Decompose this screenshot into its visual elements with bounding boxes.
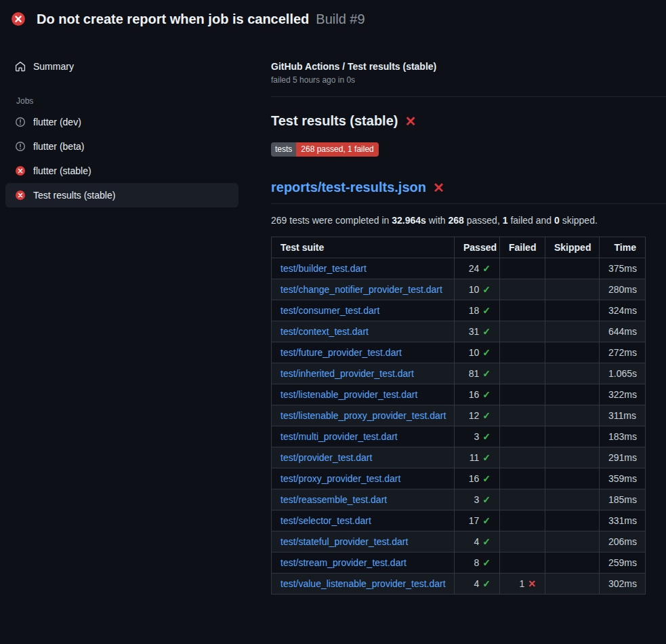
passed-count: 3 bbox=[474, 494, 479, 505]
test-table-body: test/builder_test.dart24✓375mstest/chang… bbox=[272, 258, 646, 595]
passed-cell: 16✓ bbox=[455, 384, 500, 405]
passed-count: 4 bbox=[474, 536, 479, 547]
skipped-cell bbox=[545, 531, 600, 552]
test-suite-link[interactable]: test/context_test.dart bbox=[280, 326, 369, 337]
section-title: Test results (stable) ✕ bbox=[271, 113, 666, 129]
passed-cell: 11✓ bbox=[455, 447, 500, 468]
failed-cell bbox=[500, 510, 545, 531]
summary-text: failed and bbox=[508, 215, 555, 226]
skipped-cell bbox=[545, 447, 600, 468]
skipped-cell bbox=[545, 405, 600, 426]
suite-cell: test/listenable_provider_test.dart bbox=[272, 384, 455, 405]
summary-text: skipped. bbox=[560, 215, 598, 226]
skipped-cell bbox=[545, 321, 600, 342]
test-suite-link[interactable]: test/listenable_proxy_provider_test.dart bbox=[280, 410, 446, 421]
test-suite-row: test/inherited_provider_test.dart81✓1.06… bbox=[272, 363, 646, 384]
skipped-cell bbox=[545, 552, 600, 573]
section-title-text: Test results (stable) bbox=[271, 113, 398, 129]
time-cell: 375ms bbox=[600, 258, 646, 279]
sidebar-item-label: flutter (dev) bbox=[33, 117, 81, 127]
test-suite-link[interactable]: test/proxy_provider_test.dart bbox=[280, 473, 400, 484]
check-icon: ✓ bbox=[482, 305, 491, 316]
time-cell: 311ms bbox=[600, 405, 646, 426]
sidebar-item-label: flutter (stable) bbox=[33, 165, 91, 176]
failed-cell bbox=[500, 363, 545, 384]
time-cell: 291ms bbox=[600, 447, 646, 468]
summary-passed-count: 268 bbox=[449, 215, 464, 226]
suite-cell: test/inherited_provider_test.dart bbox=[272, 363, 455, 384]
passed-count: 81 bbox=[469, 368, 480, 379]
suite-cell: test/listenable_proxy_provider_test.dart bbox=[272, 405, 455, 426]
time-cell: 183ms bbox=[600, 426, 646, 447]
sidebar-item-summary[interactable]: Summary bbox=[5, 54, 238, 79]
test-summary-line: 269 tests were completed in 32.964s with… bbox=[271, 215, 666, 226]
x-icon: ✕ bbox=[528, 578, 536, 589]
test-suite-row: test/future_provider_test.dart10✓272ms bbox=[272, 342, 646, 363]
test-suite-link[interactable]: test/future_provider_test.dart bbox=[280, 347, 402, 358]
test-suite-link[interactable]: test/provider_test.dart bbox=[280, 452, 372, 463]
passed-cell: 31✓ bbox=[455, 321, 500, 342]
test-suite-row: test/stateful_provider_test.dart4✓206ms bbox=[272, 531, 646, 552]
report-title: reports/test-results.json ✕ bbox=[271, 180, 666, 204]
passed-cell: 8✓ bbox=[455, 552, 500, 573]
test-suite-link[interactable]: test/change_notifier_provider_test.dart bbox=[280, 284, 442, 295]
passed-count: 12 bbox=[469, 410, 480, 421]
skipped-cell bbox=[545, 258, 600, 279]
check-icon: ✓ bbox=[482, 515, 491, 526]
sidebar-item-flutter-dev[interactable]: flutter (dev) bbox=[5, 110, 238, 134]
failed-cell bbox=[500, 426, 545, 447]
check-icon: ✓ bbox=[482, 347, 491, 358]
divider bbox=[271, 96, 666, 97]
failed-cell bbox=[500, 531, 545, 552]
test-suite-row: test/stream_provider_test.dart8✓259ms bbox=[272, 552, 646, 573]
passed-cell: 12✓ bbox=[455, 405, 500, 426]
test-suite-link[interactable]: test/listenable_provider_test.dart bbox=[280, 389, 417, 400]
suite-cell: test/reassemble_test.dart bbox=[272, 489, 455, 510]
passed-count: 3 bbox=[474, 431, 479, 442]
test-suite-link[interactable]: test/value_listenable_provider_test.dart bbox=[280, 578, 446, 589]
summary-text: 269 tests were completed in bbox=[271, 215, 392, 226]
passed-count: 11 bbox=[470, 452, 480, 463]
suite-cell: test/stateful_provider_test.dart bbox=[272, 531, 455, 552]
tests-badge-value: 268 passed, 1 failed bbox=[296, 142, 378, 157]
test-suite-link[interactable]: test/consumer_test.dart bbox=[280, 305, 379, 316]
failed-status-icon bbox=[15, 190, 26, 201]
test-suite-link[interactable]: test/inherited_provider_test.dart bbox=[280, 368, 414, 379]
summary-text: with bbox=[426, 215, 449, 226]
test-suite-row: test/context_test.dart31✓644ms bbox=[272, 321, 646, 342]
failed-status-icon bbox=[15, 165, 26, 176]
skipped-cell bbox=[545, 510, 600, 531]
report-file-link[interactable]: reports/test-results.json bbox=[271, 180, 426, 195]
test-suite-row: test/builder_test.dart24✓375ms bbox=[272, 258, 646, 279]
passed-cell: 10✓ bbox=[455, 342, 500, 363]
sidebar-item-test-results-stable[interactable]: Test results (stable) bbox=[5, 183, 238, 207]
check-icon: ✓ bbox=[482, 389, 491, 400]
skipped-cell bbox=[545, 363, 600, 384]
skipped-cell bbox=[545, 342, 600, 363]
breadcrumb: GitHub Actions / Test results (stable) bbox=[271, 61, 666, 72]
test-suite-row: test/change_notifier_provider_test.dart1… bbox=[272, 279, 646, 300]
test-suite-link[interactable]: test/stream_provider_test.dart bbox=[280, 557, 407, 568]
test-suite-link[interactable]: test/selector_test.dart bbox=[280, 515, 371, 526]
check-icon: ✓ bbox=[482, 452, 491, 463]
failed-cell bbox=[500, 552, 545, 573]
home-icon bbox=[15, 61, 26, 72]
failed-cell bbox=[500, 321, 545, 342]
test-suite-link[interactable]: test/multi_provider_test.dart bbox=[280, 431, 398, 442]
test-suite-link[interactable]: test/reassemble_test.dart bbox=[280, 494, 387, 505]
passed-cell: 4✓ bbox=[455, 531, 500, 552]
test-suite-link[interactable]: test/builder_test.dart bbox=[280, 263, 367, 274]
test-suite-row: test/reassemble_test.dart3✓185ms bbox=[272, 489, 646, 510]
summary-duration: 32.964s bbox=[392, 215, 426, 226]
check-icon: ✓ bbox=[482, 368, 491, 379]
test-suite-row: test/multi_provider_test.dart3✓183ms bbox=[272, 426, 646, 447]
test-suite-link[interactable]: test/stateful_provider_test.dart bbox=[280, 536, 408, 547]
passed-cell: 18✓ bbox=[455, 300, 500, 321]
time-cell: 206ms bbox=[600, 531, 646, 552]
check-icon: ✓ bbox=[482, 410, 491, 421]
col-header-test-suite: Test suite bbox=[272, 237, 455, 258]
sidebar-item-flutter-beta[interactable]: flutter (beta) bbox=[5, 134, 238, 159]
sidebar-item-flutter-stable[interactable]: flutter (stable) bbox=[5, 159, 238, 183]
passed-cell: 24✓ bbox=[455, 258, 500, 279]
time-cell: 359ms bbox=[600, 468, 646, 489]
